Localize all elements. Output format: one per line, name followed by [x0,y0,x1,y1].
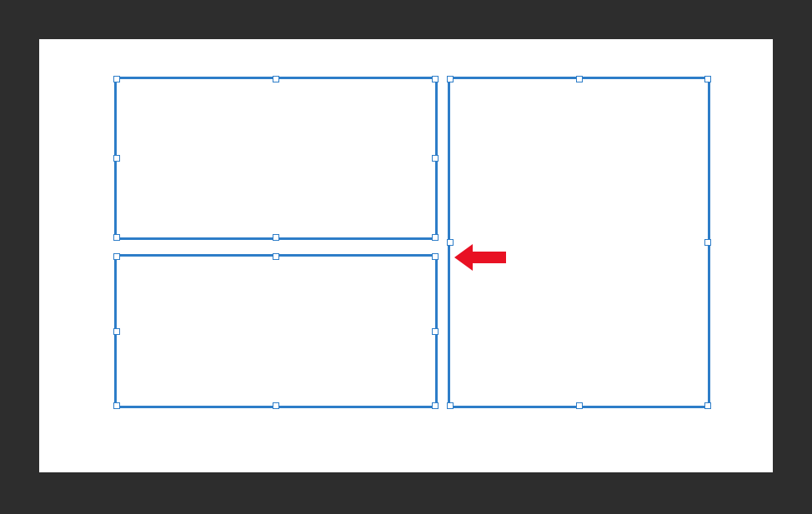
resize-handle-top-right[interactable] [432,76,439,82]
resize-handle-bottom-left[interactable] [447,402,454,409]
resize-handle-top-right[interactable] [704,76,711,82]
resize-handle-middle-right[interactable] [432,155,439,162]
resize-handle-bottom-middle[interactable] [273,402,279,409]
resize-handle-middle-left[interactable] [113,328,120,335]
resize-handle-bottom-middle[interactable] [273,234,279,241]
resize-handle-top-middle[interactable] [576,76,583,82]
resize-handle-top-left[interactable] [113,253,120,260]
arrow-left-icon [454,241,506,274]
resize-handle-middle-right[interactable] [432,328,439,335]
resize-handle-bottom-right[interactable] [704,402,711,409]
shape-rectangle-top-left[interactable] [114,77,438,240]
resize-handle-middle-left[interactable] [113,155,120,162]
resize-handle-top-right[interactable] [432,253,439,260]
resize-handle-middle-right[interactable] [704,239,711,246]
resize-handle-bottom-right[interactable] [432,402,439,409]
resize-handle-bottom-right[interactable] [432,234,439,241]
resize-handle-top-middle[interactable] [273,253,279,260]
shape-rectangle-bottom-left[interactable] [114,254,438,408]
resize-handle-bottom-left[interactable] [113,402,120,409]
resize-handle-bottom-left[interactable] [113,234,120,241]
resize-handle-bottom-middle[interactable] [576,402,583,409]
resize-handle-top-middle[interactable] [273,76,279,82]
drawing-canvas[interactable] [39,39,773,472]
resize-handle-top-left[interactable] [113,76,120,82]
resize-handle-middle-left[interactable] [447,239,454,246]
resize-handle-top-left[interactable] [447,76,454,82]
